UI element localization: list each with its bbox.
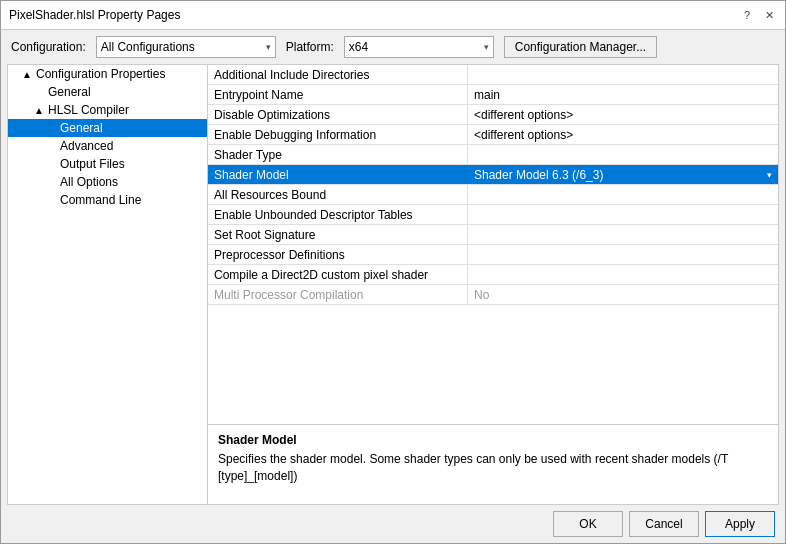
platform-value: x64 — [349, 40, 368, 54]
prop-row-set-root-sig[interactable]: Set Root Signature — [208, 225, 778, 245]
prop-value-preprocessor — [468, 245, 778, 264]
property-pages-dialog: PixelShader.hlsl Property Pages ? ✕ Conf… — [0, 0, 786, 544]
tree-item-label-hlsl-compiler: HLSL Compiler — [48, 103, 129, 117]
close-button[interactable]: ✕ — [761, 7, 777, 23]
tree-item-label-command-line: Command Line — [60, 193, 141, 207]
prop-value-shader-type — [468, 145, 778, 164]
platform-dropdown-arrow: ▾ — [484, 42, 489, 52]
dialog-title: PixelShader.hlsl Property Pages — [9, 8, 180, 22]
prop-row-preprocessor[interactable]: Preprocessor Definitions — [208, 245, 778, 265]
prop-value-text-disable-opt: <different options> — [474, 108, 573, 122]
prop-row-all-resources[interactable]: All Resources Bound — [208, 185, 778, 205]
platform-label: Platform: — [286, 40, 334, 54]
props-table: Additional Include DirectoriesEntrypoint… — [208, 65, 778, 424]
prop-value-compile-d2d — [468, 265, 778, 284]
prop-value-text-shader-model: Shader Model 6.3 (/6_3) — [474, 168, 603, 182]
expand-icon-config-props: ▲ — [22, 69, 34, 80]
main-content: ▲Configuration PropertiesGeneral▲HLSL Co… — [7, 64, 779, 505]
platform-select[interactable]: x64 ▾ — [344, 36, 494, 58]
prop-row-compile-d2d[interactable]: Compile a Direct2D custom pixel shader — [208, 265, 778, 285]
prop-value-additional-include — [468, 65, 778, 84]
tree-item-command-line[interactable]: Command Line — [8, 191, 207, 209]
tree-item-general[interactable]: General — [8, 83, 207, 101]
prop-name-compile-d2d: Compile a Direct2D custom pixel shader — [208, 265, 468, 284]
expand-icon-hlsl-compiler: ▲ — [34, 105, 46, 116]
prop-name-additional-include: Additional Include Directories — [208, 65, 468, 84]
description-text: Specifies the shader model. Some shader … — [218, 451, 768, 485]
tree-item-config-props[interactable]: ▲Configuration Properties — [8, 65, 207, 83]
ok-button[interactable]: OK — [553, 511, 623, 537]
prop-value-text-enable-debug: <different options> — [474, 128, 573, 142]
prop-dropdown-arrow-shader-model[interactable]: ▾ — [767, 170, 772, 180]
tree-item-advanced[interactable]: Advanced — [8, 137, 207, 155]
help-button[interactable]: ? — [739, 7, 755, 23]
prop-row-shader-type[interactable]: Shader Type — [208, 145, 778, 165]
prop-value-text-multi-proc: No — [474, 288, 489, 302]
bottom-buttons: OK Cancel Apply — [1, 505, 785, 543]
cancel-button[interactable]: Cancel — [629, 511, 699, 537]
prop-value-text-entrypoint: main — [474, 88, 500, 102]
prop-value-enable-debug: <different options> — [468, 125, 778, 144]
prop-row-enable-debug[interactable]: Enable Debugging Information<different o… — [208, 125, 778, 145]
tree-item-label-advanced: Advanced — [60, 139, 113, 153]
config-row: Configuration: All Configurations ▾ Plat… — [1, 30, 785, 64]
prop-name-all-resources: All Resources Bound — [208, 185, 468, 204]
prop-value-multi-proc: No — [468, 285, 778, 304]
tree-item-label-general: General — [48, 85, 91, 99]
prop-value-all-resources — [468, 185, 778, 204]
tree-item-output-files[interactable]: Output Files — [8, 155, 207, 173]
prop-row-additional-include[interactable]: Additional Include Directories — [208, 65, 778, 85]
tree-item-label-hlsl-general: General — [60, 121, 103, 135]
tree-item-hlsl-general[interactable]: General — [8, 119, 207, 137]
prop-value-disable-opt: <different options> — [468, 105, 778, 124]
tree-item-label-output-files: Output Files — [60, 157, 125, 171]
tree-item-all-options[interactable]: All Options — [8, 173, 207, 191]
tree-item-label-config-props: Configuration Properties — [36, 67, 165, 81]
description-title: Shader Model — [218, 433, 768, 447]
prop-value-set-root-sig — [468, 225, 778, 244]
configuration-manager-button[interactable]: Configuration Manager... — [504, 36, 657, 58]
tree-panel: ▲Configuration PropertiesGeneral▲HLSL Co… — [8, 65, 208, 504]
prop-name-entrypoint: Entrypoint Name — [208, 85, 468, 104]
prop-name-enable-debug: Enable Debugging Information — [208, 125, 468, 144]
configuration-select[interactable]: All Configurations ▾ — [96, 36, 276, 58]
prop-name-set-root-sig: Set Root Signature — [208, 225, 468, 244]
prop-name-shader-type: Shader Type — [208, 145, 468, 164]
tree-item-label-all-options: All Options — [60, 175, 118, 189]
prop-value-shader-model: Shader Model 6.3 (/6_3)▾ — [468, 165, 778, 184]
props-panel: Additional Include DirectoriesEntrypoint… — [208, 65, 778, 504]
prop-row-disable-opt[interactable]: Disable Optimizations<different options> — [208, 105, 778, 125]
title-bar: PixelShader.hlsl Property Pages ? ✕ — [1, 1, 785, 30]
prop-name-preprocessor: Preprocessor Definitions — [208, 245, 468, 264]
prop-value-enable-unbounded — [468, 205, 778, 224]
prop-name-enable-unbounded: Enable Unbounded Descriptor Tables — [208, 205, 468, 224]
config-dropdown-arrow: ▾ — [266, 42, 271, 52]
prop-value-entrypoint: main — [468, 85, 778, 104]
apply-button[interactable]: Apply — [705, 511, 775, 537]
prop-name-disable-opt: Disable Optimizations — [208, 105, 468, 124]
title-bar-buttons: ? ✕ — [739, 7, 777, 23]
prop-name-shader-model: Shader Model — [208, 165, 468, 184]
prop-row-multi-proc[interactable]: Multi Processor CompilationNo — [208, 285, 778, 305]
configuration-label: Configuration: — [11, 40, 86, 54]
prop-row-enable-unbounded[interactable]: Enable Unbounded Descriptor Tables — [208, 205, 778, 225]
prop-row-entrypoint[interactable]: Entrypoint Namemain — [208, 85, 778, 105]
prop-name-multi-proc: Multi Processor Compilation — [208, 285, 468, 304]
tree-item-hlsl-compiler[interactable]: ▲HLSL Compiler — [8, 101, 207, 119]
prop-row-shader-model[interactable]: Shader ModelShader Model 6.3 (/6_3)▾ — [208, 165, 778, 185]
configuration-value: All Configurations — [101, 40, 195, 54]
description-panel: Shader Model Specifies the shader model.… — [208, 424, 778, 504]
